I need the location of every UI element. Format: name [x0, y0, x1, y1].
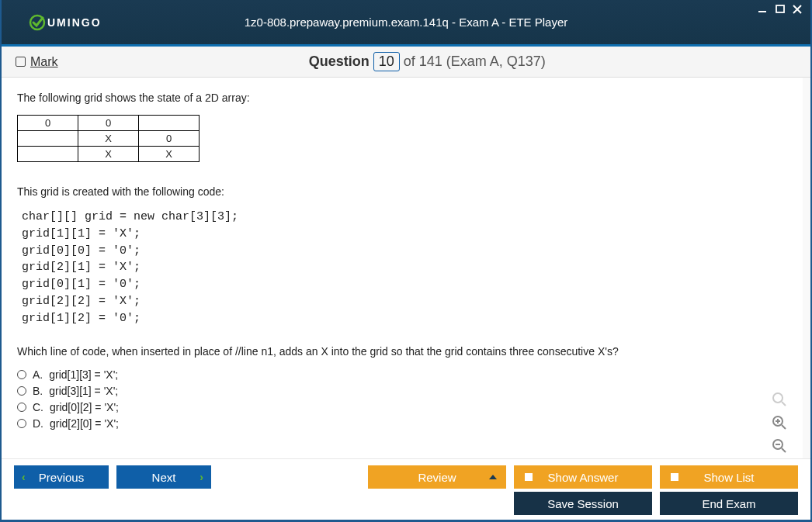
option-b[interactable]: B. grid[3][1] = 'X'; — [17, 385, 787, 397]
option-a[interactable]: A. grid[1][3] = 'X'; — [17, 368, 787, 381]
option-c[interactable]: C. grid[0][2] = 'X'; — [17, 401, 787, 413]
grid-cell — [18, 147, 78, 162]
radio-icon[interactable] — [17, 403, 26, 412]
chevron-right-icon: › — [200, 471, 203, 483]
zoom-in-icon[interactable] — [770, 413, 789, 432]
window-controls — [756, 3, 804, 16]
close-icon[interactable] — [790, 3, 804, 16]
question-word: Question — [309, 54, 370, 69]
end-exam-button[interactable]: End Exam — [660, 492, 798, 515]
save-session-label: Save Session — [547, 497, 619, 510]
maximize-icon[interactable] — [773, 3, 787, 16]
grid-table: 0 0 X 0 X X — [17, 115, 200, 162]
zoom-out-icon[interactable] — [770, 437, 789, 455]
grid-cell — [18, 131, 78, 147]
option-letter: B. — [33, 385, 43, 397]
intro-text-2: This grid is created with the following … — [17, 185, 787, 198]
checkmark-icon — [29, 14, 46, 31]
window-title: 1z0-808.prepaway.premium.exam.141q - Exa… — [2, 16, 810, 29]
option-d[interactable]: D. grid[2][0] = 'X'; — [17, 417, 787, 430]
grid-cell: 0 — [139, 131, 200, 147]
stop-icon — [525, 473, 533, 481]
option-text: grid[2][0] = 'X'; — [50, 417, 119, 430]
show-list-label: Show List — [703, 471, 754, 484]
question-header: Mark Question 10 of 141 (Exam A, Q137) — [2, 47, 810, 78]
question-total: of 141 (Exam A, Q137) — [404, 54, 546, 69]
button-bar-1: ‹ Previous Next › Review Show Answer Sho… — [2, 458, 810, 492]
save-session-button[interactable]: Save Session — [514, 492, 652, 515]
table-row: X X — [18, 147, 200, 162]
mark-label: Mark — [30, 55, 58, 69]
grid-cell: X — [78, 131, 139, 147]
option-text: grid[3][1] = 'X'; — [49, 385, 118, 397]
show-list-button[interactable]: Show List — [660, 465, 798, 489]
table-row: 0 0 — [18, 116, 200, 131]
option-text: grid[1][3] = 'X'; — [49, 368, 118, 381]
question-content: The following grid shows the state of a … — [2, 78, 810, 458]
svg-line-4 — [782, 402, 786, 406]
next-button[interactable]: Next › — [116, 465, 211, 489]
grid-cell — [139, 116, 200, 131]
radio-icon[interactable] — [17, 419, 26, 428]
grid-cell: X — [139, 147, 200, 162]
option-text: grid[0][2] = 'X'; — [50, 401, 119, 413]
table-row: X 0 — [18, 131, 200, 147]
checkbox-icon[interactable] — [16, 57, 26, 67]
svg-line-8 — [782, 425, 786, 429]
previous-label: Previous — [39, 471, 84, 484]
question-counter: Question 10 of 141 (Exam A, Q137) — [58, 52, 796, 71]
option-letter: D. — [33, 417, 43, 430]
brand-logo: UMINGO — [29, 14, 102, 31]
svg-line-11 — [782, 448, 786, 452]
option-letter: A. — [33, 368, 43, 381]
stop-icon — [671, 473, 678, 481]
option-letter: C. — [33, 401, 43, 413]
question-number-input[interactable]: 10 — [373, 52, 400, 71]
brand-text: UMINGO — [47, 16, 102, 29]
search-icon[interactable] — [770, 390, 789, 409]
zoom-tools — [770, 390, 789, 455]
grid-cell: 0 — [18, 116, 78, 131]
triangle-up-icon — [489, 475, 497, 479]
svg-rect-2 — [776, 5, 784, 12]
grid-cell: 0 — [78, 116, 139, 131]
review-button[interactable]: Review — [368, 465, 506, 489]
review-label: Review — [418, 471, 456, 484]
chevron-left-icon: ‹ — [22, 471, 26, 483]
minimize-icon[interactable] — [756, 3, 770, 16]
svg-point-3 — [773, 393, 783, 403]
title-bar: UMINGO 1z0-808.prepaway.premium.exam.141… — [2, 0, 810, 47]
grid-cell: X — [78, 147, 139, 162]
options-list: A. grid[1][3] = 'X'; B. grid[3][1] = 'X'… — [17, 368, 787, 430]
intro-text-1: The following grid shows the state of a … — [17, 92, 787, 104]
radio-icon[interactable] — [17, 386, 26, 396]
radio-icon[interactable] — [17, 370, 26, 379]
show-answer-label: Show Answer — [548, 471, 619, 484]
button-bar-2: Save Session End Exam — [2, 492, 810, 520]
next-label: Next — [152, 471, 176, 484]
question-text: Which line of code, when inserted in pla… — [17, 345, 787, 358]
show-answer-button[interactable]: Show Answer — [514, 465, 652, 489]
previous-button[interactable]: ‹ Previous — [14, 465, 109, 489]
mark-checkbox[interactable]: Mark — [16, 55, 58, 69]
svg-rect-1 — [758, 11, 766, 12]
end-exam-label: End Exam — [702, 497, 755, 510]
code-block: char[][] grid = new char[3][3]; grid[1][… — [22, 209, 787, 327]
